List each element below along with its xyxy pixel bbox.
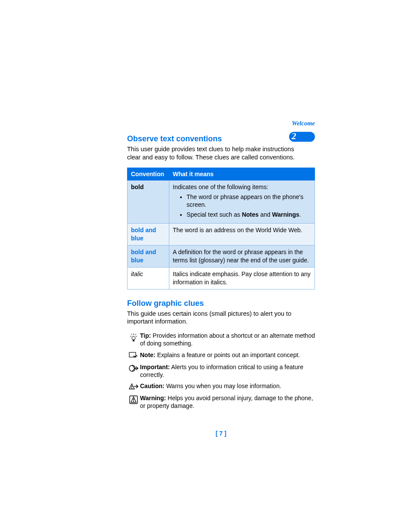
table-head-meaning: What it means	[169, 168, 315, 180]
important-icon	[127, 363, 140, 373]
svg-point-13	[133, 401, 134, 402]
clue-row: Important: Alerts you to information cri…	[127, 363, 315, 379]
convention-meaning: Italics indicate emphasis. Pay close att…	[169, 267, 315, 289]
breadcrumb: Welcome	[292, 120, 315, 127]
chapter-badge: 2	[289, 132, 315, 142]
clue-row: Note: Explains a feature or points out a…	[127, 351, 315, 360]
svg-line-3	[130, 336, 131, 337]
clue-body: Helps you avoid personal injury, damage …	[140, 395, 313, 409]
convention-label: bold and blue	[131, 227, 156, 242]
clue-text: Important: Alerts you to information cri…	[140, 363, 315, 379]
cell-bullet-list: The word or phrase appears on the phone'…	[173, 193, 311, 219]
clue-lead: Important:	[140, 364, 170, 370]
table-row: bold and blue The word is an address on …	[128, 224, 315, 246]
page-header: Welcome 2	[127, 121, 315, 133]
clue-text: Note: Explains a feature or points out a…	[140, 351, 315, 359]
convention-meaning: Indicates one of the following items: Th…	[169, 180, 315, 224]
cell-intro: Indicates one of the following items:	[173, 184, 268, 190]
clue-body: Warns you when you may lose information.	[165, 383, 281, 389]
clue-lead: Note:	[140, 352, 156, 358]
warning-icon	[127, 394, 140, 404]
clue-text: Tip: Provides information about a shortc…	[140, 332, 315, 347]
page-number: [ 7 ]	[127, 430, 315, 437]
convention-label: italic	[131, 271, 143, 277]
cell-bullet: Special text such as Notes and Warnings.	[187, 211, 311, 219]
tip-icon	[127, 332, 140, 342]
chapter-number: 2	[292, 131, 296, 142]
clue-row: Warning: Helps you avoid personal injury…	[127, 394, 315, 410]
clue-lead: Warning:	[140, 395, 166, 401]
clue-body: Explains a feature or points out an impo…	[156, 352, 300, 358]
convention-meaning: A definition for the word or phrase appe…	[169, 246, 315, 268]
clue-row: Caution: Warns you when you may lose inf…	[127, 382, 315, 391]
convention-meaning: The word is an address on the World Wide…	[169, 224, 315, 246]
section-intro-graphic-clues: This guide uses certain icons (small pic…	[127, 310, 297, 326]
svg-line-6	[135, 334, 136, 335]
cell-bullet: The word or phrase appears on the phone'…	[187, 193, 311, 209]
conventions-table: Convention What it means bold Indicates …	[127, 168, 315, 289]
clue-lead: Tip:	[140, 332, 151, 339]
section-title-conventions: Observe text conventions	[127, 134, 315, 143]
table-head-convention: Convention	[128, 168, 169, 180]
note-icon	[127, 351, 140, 360]
table-row: bold Indicates one of the following item…	[128, 180, 315, 224]
clue-row: Tip: Provides information about a shortc…	[127, 332, 315, 347]
convention-label: bold and blue	[131, 249, 156, 264]
svg-line-4	[136, 336, 137, 337]
convention-label: bold	[131, 184, 144, 190]
caution-icon	[127, 382, 140, 391]
table-row: bold and blue A definition for the word …	[128, 246, 315, 268]
section-intro-conventions: This user guide provides text clues to h…	[127, 145, 297, 162]
svg-point-10	[131, 388, 132, 389]
section-title-graphic-clues: Follow graphic clues	[127, 299, 315, 308]
clue-text: Caution: Warns you when you may lose inf…	[140, 382, 315, 390]
clue-body: Provides information about a shortcut or…	[140, 332, 315, 347]
table-row: italic Italics indicate emphasis. Pay cl…	[128, 267, 315, 289]
svg-point-0	[132, 336, 135, 340]
svg-line-5	[131, 334, 132, 335]
clue-lead: Caution:	[140, 383, 165, 389]
clue-text: Warning: Helps you avoid personal injury…	[140, 394, 315, 410]
svg-rect-1	[133, 340, 134, 341]
page-content: Welcome 2 Observe text conventions This …	[127, 121, 315, 413]
